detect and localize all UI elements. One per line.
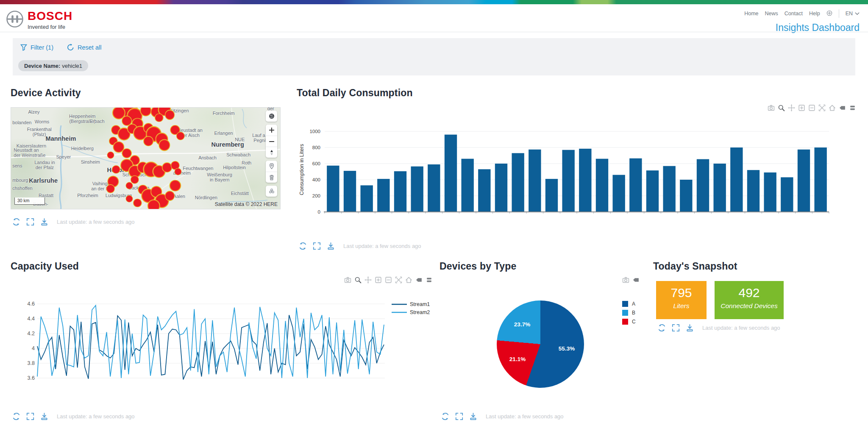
- consumption-bar-chart[interactable]: 02004006008001000Consumption in Liters: [297, 102, 860, 218]
- svg-text:4: 4: [32, 345, 35, 351]
- bar[interactable]: [512, 153, 524, 212]
- download-icon[interactable]: [40, 412, 48, 420]
- map-label: Nuremberg: [211, 142, 244, 147]
- bar[interactable]: [562, 150, 574, 212]
- pie-legend-item-c[interactable]: C: [622, 319, 636, 325]
- bar[interactable]: [545, 179, 558, 212]
- chip-value: vehicle1: [62, 63, 82, 69]
- bar[interactable]: [747, 170, 760, 212]
- expand-icon[interactable]: [455, 412, 463, 420]
- capacity-line-chart[interactable]: 4.64.44.243.83.6Stream1Stream2: [17, 292, 437, 391]
- bar[interactable]: [781, 177, 793, 212]
- pie-legend-item-b[interactable]: B: [622, 310, 636, 316]
- bar[interactable]: [495, 164, 507, 212]
- bar[interactable]: [596, 159, 608, 212]
- chip-label: Device Name:: [24, 63, 60, 69]
- bar[interactable]: [814, 147, 826, 212]
- filter-button[interactable]: Filter (1): [20, 44, 53, 51]
- legend-label[interactable]: Stream2: [410, 309, 430, 315]
- map-pin-button[interactable]: [266, 161, 277, 172]
- refresh-icon[interactable]: [12, 218, 20, 226]
- bar[interactable]: [629, 159, 642, 212]
- nav-item-news[interactable]: News: [765, 11, 778, 17]
- heat-blob: [174, 168, 181, 175]
- refresh-icon[interactable]: [441, 412, 449, 420]
- map-label: Erbach: [90, 119, 105, 124]
- legend-swatch: [622, 310, 628, 316]
- map-label: Ansbach: [198, 155, 217, 160]
- layers-icon[interactable]: [426, 276, 433, 284]
- camera-icon[interactable]: [622, 276, 629, 284]
- tag-icon[interactable]: [415, 276, 423, 284]
- device-activity-map[interactable]: AlzeyWormsHeppenheim (Bergstraße)ErbachK…: [11, 107, 281, 209]
- map-minus-button[interactable]: [266, 136, 277, 147]
- camera-icon[interactable]: [344, 276, 351, 284]
- bar[interactable]: [646, 170, 659, 212]
- map-label: Sinsheim: [81, 159, 100, 164]
- bosch-supergraphic-strip: [0, 0, 868, 4]
- bar[interactable]: [327, 166, 339, 212]
- bar[interactable]: [344, 171, 356, 212]
- legend-label[interactable]: Stream1: [410, 301, 430, 307]
- map-cluster-button[interactable]: [266, 186, 277, 197]
- bar[interactable]: [360, 185, 373, 212]
- language-selector[interactable]: EN: [846, 11, 860, 17]
- zoom-in-icon[interactable]: [375, 276, 382, 284]
- pie-slice-label: 55.3%: [559, 345, 575, 352]
- bar[interactable]: [461, 159, 473, 212]
- zoom-icon[interactable]: [354, 276, 362, 284]
- snapshot-value: 795: [656, 286, 707, 300]
- devices-pie-chart[interactable]: [497, 300, 584, 388]
- download-icon[interactable]: [469, 412, 477, 420]
- pan-icon[interactable]: [364, 276, 372, 284]
- reset-icon: [67, 44, 74, 51]
- bar[interactable]: [478, 169, 490, 212]
- nav-item-help[interactable]: Help: [809, 11, 820, 17]
- map-compass-button[interactable]: [266, 147, 277, 158]
- refresh-icon[interactable]: [299, 242, 307, 250]
- bar[interactable]: [579, 149, 591, 212]
- bar[interactable]: [445, 135, 457, 212]
- bar[interactable]: [377, 179, 389, 212]
- nav-item-contact[interactable]: Contact: [785, 11, 803, 17]
- download-icon[interactable]: [327, 242, 335, 250]
- language-label: EN: [846, 11, 853, 17]
- bosch-logo[interactable]: BOSCH Invented for life: [6, 10, 72, 30]
- bar[interactable]: [764, 172, 776, 212]
- map-plus-button[interactable]: [266, 125, 277, 136]
- apps-icon[interactable]: [826, 10, 832, 17]
- nav-item-home[interactable]: Home: [744, 11, 758, 17]
- expand-icon[interactable]: [26, 412, 34, 420]
- map-trash-button[interactable]: [266, 172, 277, 183]
- home-icon[interactable]: [405, 276, 412, 284]
- bar[interactable]: [411, 167, 423, 212]
- bar[interactable]: [697, 159, 709, 212]
- download-icon[interactable]: [40, 218, 48, 226]
- nav-divider: [839, 9, 839, 18]
- download-icon[interactable]: [686, 324, 694, 332]
- expand-icon[interactable]: [313, 242, 321, 250]
- tag-icon[interactable]: [632, 276, 640, 284]
- expand-icon[interactable]: [672, 324, 680, 332]
- bar[interactable]: [612, 175, 625, 212]
- bar[interactable]: [798, 150, 810, 212]
- bar[interactable]: [680, 180, 692, 212]
- bar[interactable]: [713, 164, 726, 212]
- map-globe-button[interactable]: [266, 111, 277, 122]
- bar[interactable]: [428, 164, 440, 212]
- filter-chip-device-name[interactable]: Device Name: vehicle1: [18, 60, 88, 71]
- line-chart-modebar: [344, 276, 433, 284]
- zoom-out-icon[interactable]: [385, 276, 392, 284]
- autoscale-icon[interactable]: [395, 276, 402, 284]
- bar[interactable]: [529, 150, 541, 212]
- refresh-icon[interactable]: [12, 412, 20, 420]
- refresh-icon[interactable]: [658, 324, 666, 332]
- bar[interactable]: [394, 171, 406, 212]
- pie-chart-modebar: [622, 276, 640, 284]
- bar[interactable]: [730, 147, 743, 212]
- pie-legend-item-a[interactable]: A: [622, 301, 636, 307]
- expand-icon[interactable]: [26, 218, 34, 226]
- heat-blob: [147, 200, 160, 209]
- bar[interactable]: [663, 166, 675, 212]
- reset-all-button[interactable]: Reset all: [67, 44, 101, 51]
